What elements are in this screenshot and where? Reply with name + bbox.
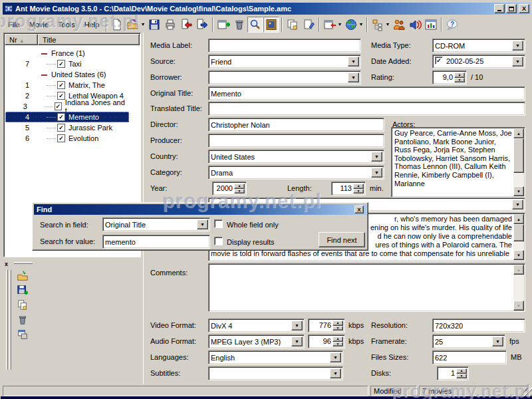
borrower-combo[interactable]: ▼: [208, 70, 361, 84]
disks-spinner[interactable]: 1 ▲▼: [437, 366, 469, 380]
borrower-input[interactable]: [211, 72, 359, 82]
chevron-down-icon[interactable]: ▼: [348, 57, 359, 66]
scroll-up-icon[interactable]: ▲: [513, 214, 524, 224]
tree-item-row[interactable]: 7 ✓ Taxi: [5, 59, 129, 69]
find-close-button[interactable]: X: [354, 205, 364, 213]
menu-tools[interactable]: Tools: [53, 19, 80, 31]
find-dialog-titlebar[interactable]: Find X: [34, 204, 366, 215]
panel-drag-handle[interactable]: [6, 270, 8, 370]
video-format-input[interactable]: [211, 321, 303, 331]
search-in-field-combo[interactable]: ▼: [102, 217, 210, 231]
comments-scrollbar[interactable]: ▲ ▼: [513, 265, 524, 311]
find-button[interactable]: [247, 17, 263, 33]
renumber-button[interactable]: ▼: [322, 17, 343, 33]
panel-drag-handle[interactable]: [9, 270, 11, 370]
chevron-down-icon[interactable]: ▼: [371, 168, 382, 178]
print-button[interactable]: [162, 17, 178, 33]
chevron-down-icon[interactable]: ▼: [330, 352, 341, 362]
copy-button[interactable]: [285, 17, 301, 33]
chevron-down-icon[interactable]: ▼: [197, 219, 208, 229]
languages-input[interactable]: [211, 352, 341, 362]
menu-help[interactable]: Help: [80, 19, 104, 31]
close-picture-panel-button[interactable]: x: [5, 261, 11, 267]
actors-scrollbar[interactable]: ▲ ▼: [513, 128, 524, 196]
menu-file[interactable]: File: [3, 19, 25, 31]
scroll-up-icon[interactable]: ▲: [513, 128, 524, 138]
audio-format-combo[interactable]: ▼: [208, 334, 305, 348]
checkbox-checked[interactable]: ✓: [57, 113, 65, 121]
search-for-value-field[interactable]: [102, 235, 210, 249]
toggle-picture-button[interactable]: [263, 17, 279, 33]
tree-item-row[interactable]: 3 ✓ Indiana Jones and t...: [5, 101, 129, 112]
column-header-title[interactable]: Title: [38, 34, 140, 45]
description-scrollbar[interactable]: ▲ ▼: [513, 214, 524, 260]
load-picture-button[interactable]: [15, 269, 30, 283]
minimize-button[interactable]: [494, 4, 505, 13]
director-field[interactable]: [208, 118, 384, 132]
paste-button[interactable]: [301, 17, 317, 33]
find-next-button[interactable]: Find next: [319, 232, 365, 247]
copy-picture-button[interactable]: [15, 298, 30, 313]
resize-grip[interactable]: [523, 388, 532, 396]
checkbox-checked[interactable]: ✓: [57, 92, 65, 100]
spinner-buttons[interactable]: ▲▼: [353, 184, 364, 194]
original-title-field[interactable]: [208, 86, 525, 100]
director-input[interactable]: [211, 120, 382, 130]
display-results-checkbox[interactable]: [214, 237, 223, 245]
close-button[interactable]: X: [519, 4, 529, 13]
delete-picture-button[interactable]: [15, 313, 30, 327]
scroll-down-icon[interactable]: ▼: [513, 301, 524, 311]
translated-title-input[interactable]: [211, 104, 523, 114]
audio-bitrate-spinner[interactable]: 96 ▲▼: [308, 334, 345, 348]
maximize-button[interactable]: [506, 4, 517, 13]
chevron-down-icon[interactable]: ▼: [291, 336, 303, 346]
picture-window-button[interactable]: [15, 327, 30, 342]
checkbox-checked[interactable]: ✓: [57, 81, 65, 89]
original-title-input[interactable]: [211, 88, 523, 98]
country-combo[interactable]: ▼: [208, 150, 384, 164]
producer-field[interactable]: [208, 134, 384, 148]
new-file-button[interactable]: [109, 17, 125, 33]
source-input[interactable]: [211, 57, 359, 66]
display-options-button[interactable]: ▼: [370, 17, 391, 33]
search-for-value-input[interactable]: [105, 237, 208, 247]
media-label-field[interactable]: [208, 39, 361, 53]
collapse-icon[interactable]: [41, 72, 47, 78]
scroll-down-icon[interactable]: ▼: [513, 186, 524, 196]
chevron-down-icon[interactable]: ▼: [512, 41, 523, 51]
length-spinner[interactable]: 113 ▲▼: [331, 182, 366, 196]
producer-input[interactable]: [211, 136, 382, 146]
chevron-down-icon[interactable]: ▼: [371, 152, 382, 162]
export-button[interactable]: [194, 17, 210, 33]
spinner-buttons[interactable]: ▲▼: [456, 368, 467, 378]
rating-spinner[interactable]: 9,0 ▲▼: [432, 70, 467, 84]
checkbox-checked[interactable]: ✓: [57, 134, 65, 142]
checkbox-checked[interactable]: ✓: [57, 124, 65, 132]
add-movie-button[interactable]: [215, 17, 231, 33]
source-combo[interactable]: ▼: [208, 55, 361, 68]
spinner-buttons[interactable]: ▲▼: [332, 321, 343, 331]
video-format-combo[interactable]: ▼: [208, 319, 305, 332]
open-file-button[interactable]: ▼: [125, 17, 146, 33]
audio-format-input[interactable]: [211, 336, 303, 346]
statistics-button[interactable]: [423, 17, 439, 33]
delete-movie-button[interactable]: [231, 17, 247, 33]
collapse-icon[interactable]: [41, 51, 47, 57]
media-type-input[interactable]: [435, 41, 523, 51]
tree-item-row[interactable]: 5 ✓ Jurassic Park: [5, 122, 129, 133]
chevron-down-icon[interactable]: ▼: [291, 321, 303, 331]
scroll-down-icon[interactable]: ▼: [513, 250, 524, 260]
languages-combo[interactable]: ▼: [208, 350, 343, 364]
category-combo[interactable]: ▼: [208, 166, 384, 180]
chevron-down-icon[interactable]: ▼: [348, 72, 359, 82]
country-input[interactable]: [211, 152, 382, 162]
loans-button[interactable]: [391, 17, 407, 33]
framerate-combo[interactable]: ▼: [432, 334, 505, 348]
multimedia-button[interactable]: [407, 17, 423, 33]
media-label-input[interactable]: [211, 41, 359, 51]
resolution-input[interactable]: [435, 321, 523, 331]
video-bitrate-spinner[interactable]: 776 ▲▼: [308, 319, 345, 332]
translated-title-field[interactable]: [208, 102, 525, 116]
resolution-field[interactable]: [432, 319, 525, 332]
tree-group-row[interactable]: United States (6): [5, 69, 129, 80]
